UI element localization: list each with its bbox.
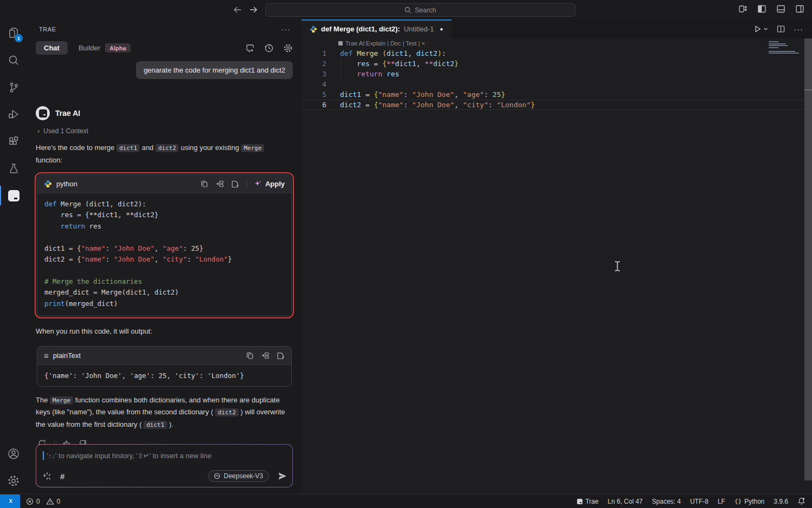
trae-chat-panel: TRAE ··· Chat Builder Alpha genarate the… [27, 19, 302, 494]
code-line: dict2 = {"name": "John Doe", "city": "Lo… [37, 254, 291, 265]
titlebar: Search [0, 0, 812, 19]
editor-line[interactable]: 3 return res [302, 69, 804, 79]
app-window: Search 1 [0, 0, 812, 508]
run-debug-icon[interactable] [0, 101, 27, 128]
settings-gear-icon[interactable] [0, 467, 27, 494]
insert-output-icon[interactable] [261, 351, 270, 360]
trae-status-item[interactable]: Trae [577, 498, 598, 505]
spark-commands-icon[interactable] [43, 472, 51, 480]
search-placeholder: Search [415, 6, 436, 14]
customize-layout-icon[interactable] [738, 4, 748, 14]
panel-title: TRAE [39, 26, 56, 32]
activity-bar: 1 [0, 19, 27, 494]
context-hash-icon[interactable]: # [60, 472, 64, 481]
code-line: print(merged_dict) [37, 298, 291, 309]
back-arrow-icon[interactable] [233, 6, 242, 14]
braces-icon: {} [735, 498, 742, 505]
copy-output-icon[interactable] [246, 351, 254, 360]
python-file-icon [310, 25, 317, 33]
apply-button[interactable]: Apply [254, 180, 285, 188]
forward-arrow-icon[interactable] [249, 6, 258, 14]
save-output-icon[interactable] [277, 351, 285, 360]
remote-indicator[interactable] [0, 494, 20, 508]
code-language-label: python [56, 180, 77, 188]
cursor-position[interactable]: Ln 6, Col 47 [608, 498, 643, 505]
account-icon[interactable] [0, 440, 27, 467]
tab-builder[interactable]: Builder [78, 44, 100, 52]
user-message: genarate the code for merging dict1 and … [136, 61, 293, 79]
editor-line[interactable]: 6dict2 = {"name": "John Doe", "city": "L… [302, 100, 804, 110]
modified-dot-icon[interactable]: ● [440, 26, 443, 32]
test-flask-icon[interactable] [0, 155, 27, 182]
editor-line[interactable]: 5dict1 = {"name": "John Doe", "age": 25} [302, 89, 804, 100]
editor-line[interactable]: 4 [302, 79, 804, 89]
eol-type[interactable]: LF [718, 498, 725, 505]
history-icon[interactable] [264, 43, 274, 53]
python-code-content[interactable]: def Merge (dict1, dict2): res = {**dict1… [37, 193, 291, 316]
toggle-panel-icon[interactable] [776, 4, 785, 14]
python-icon [44, 180, 52, 188]
code-line: merged_dict = Merge(dict1, dict2) [37, 287, 291, 298]
insert-code-icon[interactable] [215, 180, 224, 188]
source-control-icon[interactable] [0, 74, 27, 101]
toggle-sidebar-icon[interactable] [757, 4, 767, 14]
code-line [37, 265, 291, 276]
editor-area: def Merge (dict1, dict2): Untitled-1 ● ·… [302, 19, 812, 494]
code-line: dict1 = {"name": "John Doe", "age": 25} [37, 243, 291, 254]
split-editor-icon[interactable] [777, 25, 785, 33]
python-version[interactable]: 3.9.6 [774, 498, 788, 505]
status-bar: 0 0 Trae Ln 6, Col 47 Spaces: 4 UTF-8 LF… [0, 494, 812, 508]
notifications-bell-icon[interactable] [797, 497, 806, 505]
plaintext-content[interactable]: {'name': 'John Doe', 'age': 25, 'city': … [37, 365, 291, 386]
assistant-explanation-text: The Merge function combines both diction… [36, 394, 293, 431]
explorer-badge: 1 [15, 34, 23, 42]
editor-more-icon[interactable]: ··· [794, 24, 803, 34]
error-icon [26, 498, 34, 505]
send-icon[interactable] [278, 472, 287, 480]
python-code-block: python Apply def Merge (dict1, dict2): r… [37, 174, 292, 316]
explorer-icon[interactable]: 1 [0, 19, 27, 47]
used-context-label: Used 1 Context [43, 127, 88, 135]
editor-line[interactable]: 1def Merge (dict1, dict2): [302, 48, 804, 58]
model-selector[interactable]: Deepseek-V3 [208, 470, 269, 482]
run-button[interactable] [754, 25, 768, 33]
assistant-name: Trae AI [55, 109, 80, 118]
trae-ai-avatar [36, 106, 50, 120]
editor-body[interactable]: Trae AI:Explain | Doc | Test | × 1def Me… [302, 38, 812, 494]
code-line: res = {**dict1, **dict2} [37, 210, 291, 220]
alpha-badge: Alpha [105, 43, 130, 53]
text-caret [43, 451, 44, 460]
search-input[interactable]: Search [265, 3, 575, 17]
chat-input-box[interactable]: '↑↓' to navigate input history, '⇧↵' to … [36, 444, 293, 487]
plaintext-block: ≡ plainText {'name': 'John Doe', 'age': … [37, 346, 292, 387]
new-chat-icon[interactable] [245, 43, 255, 53]
used-context-toggle[interactable]: › Used 1 Context [37, 127, 293, 135]
editor-tab[interactable]: def Merge (dict1, dict2): Untitled-1 ● [302, 19, 451, 38]
output-intro-text: When you run this code, it will output: [36, 325, 293, 337]
panel-more-icon[interactable]: ··· [281, 27, 291, 32]
search-sidebar-icon[interactable] [0, 47, 27, 74]
encoding[interactable]: UTF-8 [690, 498, 709, 505]
error-count: 0 [36, 498, 40, 505]
extensions-icon[interactable] [0, 128, 27, 155]
codelens[interactable]: Trae AI:Explain | Doc | Test | × [338, 40, 425, 47]
minimap[interactable] [769, 41, 801, 55]
codelens-square-icon [338, 41, 343, 45]
model-icon [214, 473, 220, 479]
chat-input-placeholder: '↑↓' to navigate input history, '⇧↵' to … [47, 452, 212, 460]
problems-indicator[interactable]: 0 0 [26, 498, 60, 505]
chat-settings-gear-icon[interactable] [283, 43, 293, 53]
language-mode[interactable]: {}Python [735, 498, 765, 505]
indent-guide [340, 59, 341, 80]
save-to-file-icon[interactable] [231, 180, 239, 188]
toggle-secondary-sidebar-icon[interactable] [795, 4, 804, 14]
sparkle-icon [254, 180, 262, 188]
editor-scrollbar[interactable] [804, 38, 812, 480]
trae-logo-small-icon [577, 499, 582, 504]
tab-filename: Untitled-1 [404, 25, 434, 33]
editor-line[interactable]: 2 res = {**dict1, **dict2} [302, 58, 804, 69]
indentation[interactable]: Spaces: 4 [652, 498, 680, 505]
copy-code-icon[interactable] [200, 180, 208, 188]
tab-chat[interactable]: Chat [36, 41, 68, 55]
trae-ai-sidebar-icon[interactable] [0, 182, 27, 209]
